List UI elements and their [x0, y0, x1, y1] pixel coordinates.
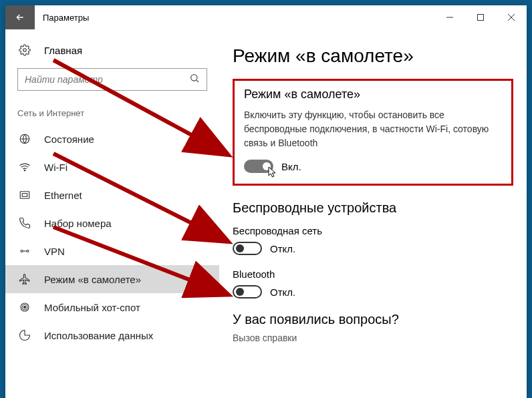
svg-point-4 [23, 49, 27, 52]
sidebar-item-ethernet[interactable]: Ethernet [5, 181, 219, 209]
sidebar-home[interactable]: Главная [5, 37, 219, 63]
sidebar-item-label: Набор номера [44, 218, 112, 229]
svg-rect-10 [22, 194, 27, 197]
close-button[interactable] [496, 5, 527, 29]
wifi-toggle-label: Откл. [270, 243, 295, 254]
maximize-button[interactable] [465, 5, 496, 29]
airplane-toggle-label: Вкл. [281, 161, 301, 172]
sidebar-item-label: Использование данных [44, 330, 153, 341]
bluetooth-toggle[interactable] [233, 285, 262, 298]
help-section: У вас появились вопросы? Вызов справки [233, 312, 513, 343]
sidebar-item-label: Wi-Fi [44, 162, 68, 173]
airplane-mode-desc: Включить эту функцию, чтобы остановить в… [244, 108, 502, 150]
gear-icon [17, 44, 32, 56]
airplane-toggle-row: Вкл. [244, 160, 502, 173]
window-body: Главная Сеть и Интернет Состояние [5, 29, 527, 398]
search-icon [189, 73, 200, 86]
search-input[interactable] [25, 74, 189, 85]
sidebar-item-status[interactable]: Состояние [5, 125, 219, 153]
airplane-mode-section: Режим «в самолете» Включить эту функцию,… [233, 79, 513, 186]
svg-rect-9 [20, 192, 29, 199]
window-title: Параметры [35, 13, 434, 23]
sidebar: Главная Сеть и Интернет Состояние [5, 29, 219, 398]
sidebar-item-label: Состояние [44, 134, 94, 145]
wifi-block: Беспроводная сеть Откл. [233, 225, 513, 255]
sidebar-home-label: Главная [44, 45, 82, 56]
window-controls [434, 5, 527, 29]
airplane-icon [17, 273, 32, 285]
sidebar-item-vpn[interactable]: VPN [5, 237, 219, 265]
toggle-knob [236, 288, 244, 296]
bluetooth-label: Bluetooth [233, 268, 513, 280]
toggle-knob [236, 244, 244, 252]
content-pane: Режим «в самолете» Режим «в самолете» Вк… [219, 29, 527, 398]
svg-point-5 [191, 75, 197, 81]
svg-point-8 [24, 170, 25, 172]
svg-rect-1 [478, 15, 484, 21]
sidebar-item-datausage[interactable]: Использование данных [5, 321, 219, 349]
page-title: Режим «в самолете» [233, 45, 513, 67]
sidebar-item-label: Режим «в самолете» [44, 274, 141, 285]
settings-window: Параметры Главная [5, 5, 527, 398]
hotspot-icon [17, 301, 32, 313]
wireless-devices-title: Беспроводные устройства [233, 200, 513, 216]
titlebar: Параметры [5, 5, 527, 29]
sidebar-item-label: Ethernet [44, 190, 82, 201]
wifi-icon [17, 161, 32, 173]
wifi-label: Беспроводная сеть [233, 225, 513, 236]
help-title: У вас появились вопросы? [233, 312, 513, 327]
airplane-mode-title: Режим «в самолете» [244, 87, 502, 102]
dialup-icon [17, 217, 32, 229]
sidebar-item-label: Мобильный хот-спот [44, 302, 140, 313]
help-link[interactable]: Вызов справки [233, 333, 513, 343]
bluetooth-toggle-label: Откл. [270, 286, 295, 298]
vpn-icon [17, 245, 32, 257]
sidebar-item-hotspot[interactable]: Мобильный хот-спот [5, 293, 219, 321]
minimize-button[interactable] [434, 5, 465, 29]
cursor-icon [268, 166, 277, 178]
svg-point-13 [24, 307, 26, 309]
back-button[interactable] [5, 5, 35, 29]
svg-point-11 [21, 250, 23, 252]
wifi-toggle[interactable] [233, 242, 262, 255]
search-wrap [5, 63, 219, 100]
svg-point-12 [27, 250, 29, 252]
ethernet-icon [17, 189, 32, 201]
bluetooth-block: Bluetooth Откл. [233, 268, 513, 298]
globe-icon [17, 133, 32, 145]
svg-line-6 [196, 80, 198, 82]
sidebar-item-dialup[interactable]: Набор номера [5, 209, 219, 237]
data-usage-icon [17, 329, 32, 341]
sidebar-item-airplane[interactable]: Режим «в самолете» [5, 265, 219, 293]
sidebar-section-header: Сеть и Интернет [5, 100, 219, 125]
sidebar-item-label: VPN [44, 246, 65, 257]
search-box[interactable] [17, 68, 207, 91]
sidebar-item-wifi[interactable]: Wi-Fi [5, 153, 219, 181]
